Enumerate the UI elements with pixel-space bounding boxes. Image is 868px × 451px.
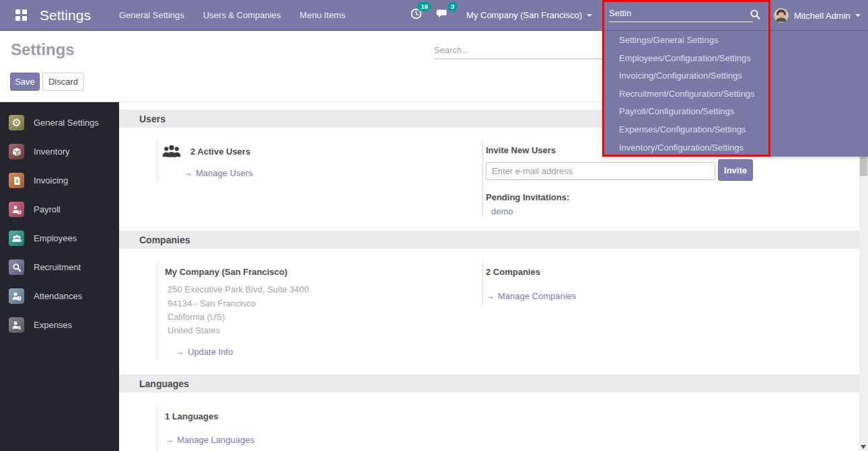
expense-icon: $ — [9, 317, 24, 333]
invoice-icon: $ — [9, 173, 24, 188]
arrow-right-icon: → — [165, 435, 174, 445]
apps-menu-icon[interactable] — [15, 9, 27, 21]
payroll-icon: $ — [9, 202, 24, 217]
save-button[interactable]: Save — [10, 73, 40, 91]
arrow-right-icon: → — [176, 347, 184, 357]
search-result-item[interactable]: Recruitment/Configuration/Settings — [619, 85, 755, 104]
chevron-down-icon — [855, 14, 861, 17]
attendance-icon — [9, 288, 24, 304]
invite-button[interactable]: Invite — [718, 159, 753, 181]
menu-menu-items[interactable]: Menu Items — [299, 10, 345, 20]
pending-invitee-link[interactable]: demo — [491, 206, 513, 216]
settings-search-input[interactable] — [434, 42, 604, 59]
manage-companies-link[interactable]: →Manage Companies — [486, 291, 576, 301]
breadcrumb: Settings — [11, 40, 75, 59]
employees-icon — [9, 231, 24, 246]
discard-button[interactable]: Discard — [42, 73, 84, 91]
update-info-link[interactable]: →Update Info — [176, 347, 233, 357]
invite-email-input[interactable] — [486, 162, 715, 180]
search-result-item[interactable]: Employees/Configuration/Settings — [619, 50, 755, 68]
company-address-line: 94134 - San Francisco — [168, 298, 256, 309]
company-address-line: United States — [168, 325, 220, 335]
top-menu: General Settings Users & Companies Menu … — [119, 10, 345, 20]
scrollbar-down-arrow-icon[interactable] — [861, 445, 866, 449]
messages-menu-button[interactable]: 3 — [429, 7, 456, 23]
company-name: My Company (San Francisco) — [165, 267, 287, 277]
search-result-item[interactable]: Payroll/Configuration/Settings — [619, 103, 755, 121]
pending-invitations-label: Pending Invitations: — [486, 192, 569, 202]
box-icon — [9, 144, 24, 159]
app-title[interactable]: Settings — [40, 7, 91, 24]
sidebar-item-recruitment[interactable]: Recruitment — [0, 253, 119, 282]
svg-text:$: $ — [18, 325, 21, 331]
user-name: Mitchell Admin — [794, 11, 851, 21]
magnifier-icon — [9, 259, 24, 275]
section-header-companies: Companies — [119, 231, 859, 249]
search-result-item[interactable]: Expenses/Configuration/Settings — [619, 121, 755, 139]
menu-users-companies[interactable]: Users & Companies — [203, 10, 281, 20]
arrow-right-icon: → — [184, 168, 192, 178]
search-result-item[interactable]: Inventory/Configuration/Settings — [619, 139, 755, 157]
search-result-item[interactable]: Invoicing/Configuration/Settings — [619, 67, 755, 85]
svg-text:$: $ — [15, 179, 18, 184]
search-result-item[interactable]: Settings/General Settings — [619, 32, 755, 50]
languages-count: 1 Languages — [165, 411, 218, 421]
invite-new-users-label: Invite New Users — [486, 145, 556, 155]
companies-count: 2 Companies — [486, 267, 540, 277]
menu-general-settings[interactable]: General Settings — [119, 10, 184, 20]
manage-users-link[interactable]: →Manage Users — [184, 168, 253, 178]
settings-sidebar: ⚙ General Settings Inventory $ Invoicing… — [0, 102, 119, 451]
arrow-right-icon: → — [486, 291, 495, 301]
sidebar-item-employees[interactable]: Employees — [0, 224, 119, 253]
sidebar-item-invoicing[interactable]: $ Invoicing — [0, 166, 119, 195]
scrollbar-thumb[interactable] — [860, 156, 867, 176]
sidebar-item-general-settings[interactable]: ⚙ General Settings — [0, 108, 119, 137]
messages-badge: 3 — [447, 2, 458, 11]
gear-icon: ⚙ — [9, 115, 24, 130]
sidebar-item-payroll[interactable]: $ Payroll — [0, 195, 119, 224]
group-users-icon — [162, 144, 181, 162]
chat-bubble-icon — [436, 7, 449, 23]
search-icon[interactable] — [750, 9, 761, 23]
company-switcher[interactable]: My Company (San Francisco) — [466, 10, 592, 20]
search-results-dropdown: Settings/General Settings Employees/Conf… — [602, 31, 868, 157]
company-address-line: 250 Executive Park Blvd, Suite 3400 — [168, 284, 309, 294]
svg-text:$: $ — [18, 210, 20, 214]
sidebar-item-attendances[interactable]: Attendances — [0, 282, 119, 311]
chevron-down-icon — [587, 14, 592, 17]
active-users-count: 2 Active Users — [190, 147, 250, 157]
avatar — [774, 8, 789, 23]
topbar-search — [602, 0, 770, 31]
menu-search-input[interactable] — [609, 5, 753, 22]
activity-menu-button[interactable]: 18 — [403, 7, 429, 23]
manage-languages-link[interactable]: →Manage Languages — [165, 435, 254, 445]
sidebar-item-expenses[interactable]: $ Expenses — [0, 311, 119, 339]
section-header-languages: Languages — [119, 374, 859, 393]
sidebar-item-inventory[interactable]: Inventory — [0, 137, 119, 166]
company-address-line: California (US) — [168, 312, 225, 322]
user-menu[interactable]: Mitchell Admin — [774, 0, 868, 31]
